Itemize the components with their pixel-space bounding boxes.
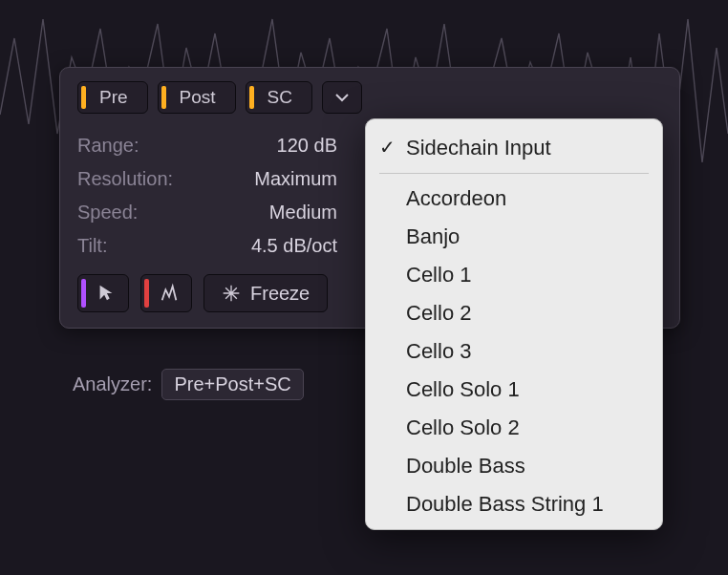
menu-item[interactable]: Cello Solo 1 [366,371,662,409]
stripe-accent [144,279,149,308]
menu-item[interactable]: Cello 1 [366,256,662,294]
peak-tool-button[interactable] [140,274,192,312]
stripe-accent [81,279,86,308]
analyzer-summary: Analyzer: Pre+Post+SC [73,369,304,400]
sidechain-menu: Sidechain Input Accordeon Banjo Cello 1 … [365,118,663,530]
menu-separator [379,173,649,174]
tab-label: SC [268,87,292,108]
peak-icon [159,283,180,304]
tab-post[interactable]: Post [158,81,236,114]
freeze-label: Freeze [250,283,310,305]
cursor-icon [96,283,117,304]
param-label-speed: Speed: [77,202,216,224]
snowflake-icon [222,284,241,303]
chevron-down-icon [334,90,350,105]
analyzer-value[interactable]: Pre+Post+SC [161,369,303,400]
tab-pre[interactable]: Pre [77,81,148,114]
menu-item[interactable]: Double Bass String 1 [366,485,662,523]
tab-label: Post [180,87,216,108]
param-label-tilt: Tilt: [77,235,216,257]
tab-sc[interactable]: SC [246,81,312,114]
menu-item[interactable]: Cello Solo 2 [366,409,662,447]
menu-item[interactable]: Banjo [366,218,662,256]
menu-item[interactable]: Cello 3 [366,332,662,371]
stripe-accent [249,86,254,109]
stripe-accent [81,86,86,109]
menu-item-selected[interactable]: Sidechain Input [366,129,662,167]
freeze-button[interactable]: Freeze [203,274,328,312]
param-label-resolution: Resolution: [77,168,216,190]
tab-label: Pre [99,87,128,108]
stripe-accent [161,86,166,109]
menu-item[interactable]: Cello 2 [366,294,662,332]
menu-item[interactable]: Accordeon [366,180,662,218]
analyzer-label: Analyzer: [73,373,152,395]
cursor-tool-button[interactable] [77,274,129,312]
tab-row: Pre Post SC [77,81,662,114]
param-label-range: Range: [77,135,216,157]
sidechain-dropdown-button[interactable] [322,81,362,114]
menu-item[interactable]: Double Bass [366,447,662,485]
